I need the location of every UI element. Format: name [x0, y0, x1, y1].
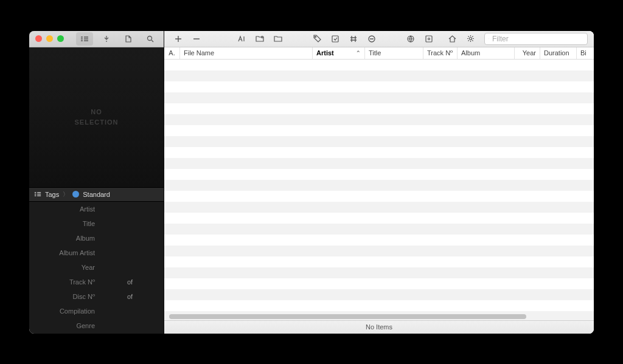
album-art-line2: SELECTION [75, 117, 119, 128]
sidebar: NO SELECTION Tags 〉 Standard Artist Titl… [29, 31, 164, 334]
column-header-artist[interactable]: Artist ⌃ [313, 47, 365, 59]
sidebar-tab-search-icon[interactable] [142, 32, 159, 46]
tag-row-album-artist[interactable]: Album Artist [29, 246, 164, 260]
zoom-window-button[interactable] [57, 35, 64, 42]
tag-label: Genre [34, 322, 101, 329]
tag-icon[interactable] [309, 33, 325, 45]
search-icon [489, 35, 489, 42]
horizontal-scrollbar-thumb[interactable] [169, 314, 526, 319]
column-header-bitrate[interactable]: Bi [577, 47, 594, 59]
tag-field-list: Artist Title Album Album Artist Year Tra… [29, 202, 164, 334]
album-art-line1: NO [75, 107, 119, 117]
sidebar-tab-page-icon[interactable] [120, 32, 137, 46]
svg-point-0 [148, 36, 152, 40]
search-input[interactable] [492, 35, 583, 43]
column-header-title[interactable]: Title [365, 47, 423, 59]
globe-icon[interactable] [403, 33, 419, 45]
svg-rect-3 [332, 36, 338, 42]
home-icon[interactable] [444, 33, 460, 45]
sort-ascending-icon: ⌃ [356, 50, 361, 56]
app-window: NO SELECTION Tags 〉 Standard Artist Titl… [29, 31, 594, 334]
edit-icon[interactable] [327, 33, 343, 45]
minimize-window-button[interactable] [46, 35, 53, 42]
album-art-placeholder: NO SELECTION [29, 47, 164, 187]
search-field[interactable] [484, 33, 588, 45]
preset-dot-icon [72, 191, 79, 197]
rename-text-icon[interactable] [234, 33, 249, 45]
tag-row-year[interactable]: Year [29, 260, 164, 275]
remove-button[interactable] [189, 33, 204, 45]
list-icon [34, 191, 41, 197]
column-header-year[interactable]: Year [515, 47, 540, 59]
chevron-right-icon: 〉 [63, 190, 69, 199]
svg-point-9 [489, 38, 489, 39]
tag-row-compilation[interactable]: Compilation [29, 304, 164, 318]
svg-point-8 [469, 38, 472, 40]
sidebar-titlebar [29, 31, 164, 47]
tag-row-title[interactable]: Title [29, 216, 164, 231]
svg-point-2 [315, 36, 316, 38]
tag-row-genre[interactable]: Genre [29, 318, 164, 333]
lyrics-icon[interactable] [421, 33, 437, 45]
add-button[interactable] [170, 33, 186, 45]
tag-label: Artist [34, 205, 101, 213]
column-header-track[interactable]: Track Nº [423, 47, 458, 59]
sidebar-tab-list-icon[interactable] [76, 32, 93, 46]
column-header-artist-label: Artist [316, 49, 334, 57]
folder-gear-icon[interactable] [252, 33, 268, 45]
number-icon[interactable] [346, 33, 361, 45]
tag-of: of [127, 293, 133, 300]
tag-label: Year [34, 264, 101, 271]
close-window-button[interactable] [35, 35, 42, 42]
tag-of: of [127, 278, 133, 286]
file-list[interactable] [164, 60, 594, 320]
tag-label: Album [34, 235, 101, 242]
status-bar: No Items [164, 320, 594, 334]
sidebar-tab-pin-icon[interactable] [98, 32, 115, 46]
tag-label: Disc Nº [34, 293, 101, 300]
column-header-alert[interactable]: A. [164, 47, 180, 59]
tag-row-artist[interactable]: Artist [29, 202, 164, 216]
tag-label: Title [34, 220, 101, 227]
gear-icon[interactable] [462, 33, 478, 45]
column-header-duration[interactable]: Duration [540, 47, 577, 59]
tag-row-disc[interactable]: Disc Nº of [29, 289, 164, 304]
tags-label: Tags [45, 191, 59, 198]
tag-label: Compilation [34, 307, 101, 315]
column-header-row: A. File Name Artist ⌃ Title Track Nº Alb… [164, 47, 594, 60]
svg-rect-6 [426, 36, 432, 42]
toolbar [164, 31, 594, 47]
svg-point-7 [428, 38, 430, 39]
folder-icon[interactable] [270, 33, 286, 45]
preset-label: Standard [83, 191, 110, 198]
remove-circle-icon[interactable] [364, 33, 380, 45]
column-header-album[interactable]: Album [458, 47, 515, 59]
file-list-background [164, 60, 594, 320]
tag-label: Album Artist [34, 249, 101, 256]
main-pane: A. File Name Artist ⌃ Title Track Nº Alb… [164, 31, 594, 334]
tags-breadcrumb[interactable]: Tags 〉 Standard [29, 187, 164, 202]
status-text: No Items [366, 323, 392, 331]
column-header-filename[interactable]: File Name [180, 47, 313, 59]
window-controls [35, 35, 64, 42]
horizontal-scrollbar[interactable] [169, 314, 589, 319]
tag-row-track[interactable]: Track Nº of [29, 275, 164, 289]
tag-label: Track Nº [34, 278, 101, 286]
tag-row-album[interactable]: Album [29, 231, 164, 246]
